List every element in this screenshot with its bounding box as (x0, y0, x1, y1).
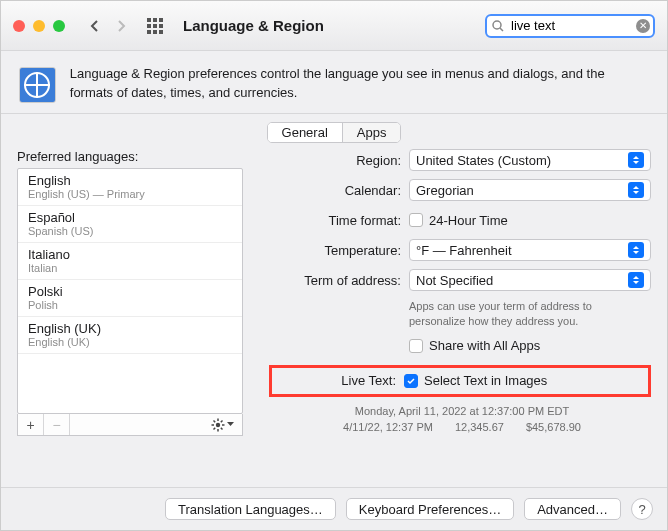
content-area: Preferred languages: EnglishEnglish (US)… (1, 149, 667, 487)
sample-line-2: 4/11/22, 12:37 PM 12,345.67 $45,678.90 (273, 419, 651, 436)
translation-languages-button[interactable]: Translation Languages… (165, 498, 336, 520)
calendar-label: Calendar: (273, 183, 401, 198)
calendar-select[interactable]: Gregorian (409, 179, 651, 201)
plus-icon: + (26, 417, 34, 433)
language-list-toolbar: + − (17, 414, 243, 436)
dropdown-arrows-icon (628, 152, 644, 168)
term-of-address-label: Term of address: (273, 273, 401, 288)
chevron-down-icon (227, 422, 234, 427)
clear-search-button[interactable]: ✕ (636, 19, 650, 33)
x-icon: ✕ (639, 20, 647, 31)
search-field-wrap: ✕ (485, 14, 655, 38)
live-text-label: Live Text: (276, 373, 396, 388)
svg-line-8 (220, 427, 222, 429)
left-column: Preferred languages: EnglishEnglish (US)… (17, 149, 257, 479)
svg-line-7 (213, 420, 215, 422)
list-item[interactable]: PolskiPolish (18, 280, 242, 317)
grid-icon (147, 18, 163, 34)
language-actions-menu[interactable] (202, 414, 242, 435)
list-item[interactable]: EnglishEnglish (US) — Primary (18, 169, 242, 206)
calendar-value: Gregorian (416, 183, 474, 198)
close-window-button[interactable] (13, 20, 25, 32)
window-title: Language & Region (183, 17, 324, 34)
term-value: Not Specified (416, 273, 493, 288)
description-header: Language & Region preferences control th… (1, 51, 667, 114)
sample-line-1: Monday, April 11, 2022 at 12:37:00 PM ED… (273, 403, 651, 420)
lang-name: English (28, 173, 232, 188)
tab-general[interactable]: General (268, 123, 342, 142)
nav-buttons (83, 14, 133, 38)
question-icon: ? (638, 502, 645, 517)
region-label: Region: (273, 153, 401, 168)
lang-sub: English (UK) (28, 336, 232, 348)
lang-sub: Italian (28, 262, 232, 274)
chevron-right-icon (116, 19, 126, 33)
svg-line-9 (213, 427, 215, 429)
advanced-button[interactable]: Advanced… (524, 498, 621, 520)
lang-name: Polski (28, 284, 232, 299)
remove-language-button: − (44, 414, 70, 435)
description-text: Language & Region preferences control th… (70, 65, 649, 103)
live-text-checkbox[interactable] (404, 374, 418, 388)
temperature-value: °F — Fahrenheit (416, 243, 512, 258)
add-language-button[interactable]: + (18, 414, 44, 435)
lang-name: Español (28, 210, 232, 225)
term-of-address-select[interactable]: Not Specified (409, 269, 651, 291)
24hour-checkbox[interactable] (409, 213, 423, 227)
window-controls (13, 20, 65, 32)
dropdown-arrows-icon (628, 242, 644, 258)
list-item[interactable]: EspañolSpanish (US) (18, 206, 242, 243)
show-all-button[interactable] (143, 14, 167, 38)
tab-bar: General Apps (1, 114, 667, 149)
svg-line-10 (220, 420, 222, 422)
lang-name: Italiano (28, 247, 232, 262)
tab-apps[interactable]: Apps (342, 123, 401, 142)
region-select[interactable]: United States (Custom) (409, 149, 651, 171)
globe-flag-icon (19, 67, 56, 103)
svg-point-0 (493, 21, 501, 29)
search-input[interactable] (485, 14, 655, 38)
dropdown-arrows-icon (628, 272, 644, 288)
keyboard-preferences-button[interactable]: Keyboard Preferences… (346, 498, 514, 520)
help-button[interactable]: ? (631, 498, 653, 520)
share-all-apps-checkbox[interactable] (409, 339, 423, 353)
lang-name: English (UK) (28, 321, 232, 336)
list-item[interactable]: ItalianoItalian (18, 243, 242, 280)
forward-button (109, 14, 133, 38)
live-text-highlight: Live Text: Select Text in Images (269, 365, 651, 397)
dropdown-arrows-icon (628, 182, 644, 198)
minus-icon: − (52, 417, 60, 433)
term-hint: Apps can use your term of address to per… (409, 299, 651, 329)
svg-line-1 (500, 28, 503, 31)
temperature-select[interactable]: °F — Fahrenheit (409, 239, 651, 261)
preferred-languages-label: Preferred languages: (17, 149, 257, 164)
right-column: Region: United States (Custom) Calendar:… (273, 149, 651, 479)
list-item[interactable]: English (UK)English (UK) (18, 317, 242, 354)
lang-sub: Polish (28, 299, 232, 311)
zoom-window-button[interactable] (53, 20, 65, 32)
temperature-label: Temperature: (273, 243, 401, 258)
format-samples: Monday, April 11, 2022 at 12:37:00 PM ED… (273, 403, 651, 436)
svg-point-2 (215, 422, 219, 426)
share-all-apps-label: Share with All Apps (429, 338, 540, 353)
gear-icon (211, 418, 225, 432)
footer: Translation Languages… Keyboard Preferen… (1, 487, 667, 530)
region-value: United States (Custom) (416, 153, 551, 168)
back-button[interactable] (83, 14, 107, 38)
lang-sub: English (US) — Primary (28, 188, 232, 200)
time-format-label: Time format: (273, 213, 401, 228)
24hour-label: 24-Hour Time (429, 213, 508, 228)
language-list[interactable]: EnglishEnglish (US) — Primary EspañolSpa… (17, 168, 243, 414)
lang-sub: Spanish (US) (28, 225, 232, 237)
prefs-window: Language & Region ✕ Language & Region pr… (0, 0, 668, 531)
chevron-left-icon (90, 19, 100, 33)
titlebar: Language & Region ✕ (1, 1, 667, 51)
search-icon (491, 19, 505, 33)
live-text-option-label: Select Text in Images (424, 373, 547, 388)
minimize-window-button[interactable] (33, 20, 45, 32)
